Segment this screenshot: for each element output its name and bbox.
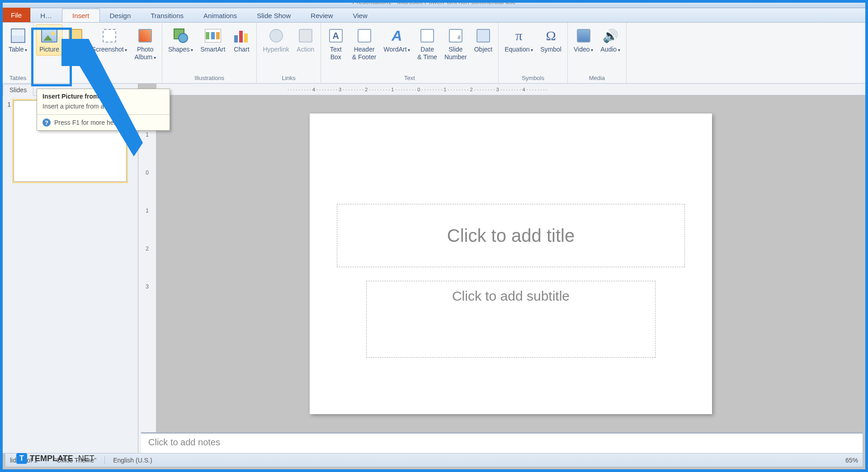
wordart-icon: A [392, 28, 402, 44]
tab-file[interactable]: File [3, 8, 30, 22]
equation-button[interactable]: πEquation [501, 24, 536, 56]
ruler-vertical: 10123 [138, 95, 156, 453]
status-zoom[interactable]: 65% [845, 457, 858, 464]
ruler-horizontal: · · · · · · · · · 4 · · · · · · · · 3 · … [156, 84, 865, 95]
title-placeholder[interactable]: Click to add title [337, 204, 685, 267]
group-tables: Tables [5, 74, 30, 82]
datetime-icon [420, 29, 434, 42]
tab-view[interactable]: View [343, 9, 377, 22]
wordart-button[interactable]: AWordArt [380, 24, 413, 56]
photoalbum-button[interactable]: Photo Album [131, 24, 159, 63]
tab-animations[interactable]: Animations [193, 9, 247, 22]
video-icon [577, 29, 590, 42]
slide-panel: Slides 1 [3, 84, 138, 453]
shapes-button[interactable]: Shapes [165, 24, 196, 56]
group-media: Media [571, 74, 623, 82]
screenshot-icon [103, 29, 116, 42]
object-button[interactable]: Object [471, 24, 495, 56]
hyperlink-button[interactable]: Hyperlink [259, 24, 292, 56]
table-icon [11, 28, 25, 43]
watermark: T TEMPLATE.NET [16, 453, 94, 464]
slidenumber-icon: # [449, 29, 462, 42]
tooltip-body: Insert a picture from a file. [37, 102, 170, 114]
object-icon [476, 29, 490, 42]
group-links: Links [259, 74, 317, 82]
status-lang[interactable]: English (U.S.) [113, 457, 152, 464]
headerfooter-button[interactable]: Header & Footer [349, 24, 380, 63]
audio-icon: 🔊 [603, 28, 618, 43]
subtitle-placeholder[interactable]: Click to add subtitle [366, 281, 656, 358]
clipart-icon [69, 29, 82, 42]
clipart-button[interactable]: lip Art [63, 24, 88, 63]
picture-icon [41, 29, 57, 42]
tab-design[interactable]: Design [100, 9, 141, 22]
hyperlink-icon [269, 29, 283, 42]
ribbon: Table Tables Picture lip Art Screenshot … [3, 23, 865, 84]
tooltip: Insert Picture from File Insert a pictur… [37, 89, 170, 131]
screenshot-button[interactable]: Screenshot [89, 24, 131, 56]
tab-insert[interactable]: Insert [62, 9, 100, 22]
table-button[interactable]: Table [5, 24, 30, 56]
tab-transitions[interactable]: Transitions [141, 9, 193, 22]
slides-tab[interactable]: Slides [3, 84, 33, 96]
tab-review[interactable]: Review [301, 9, 343, 22]
status-bar: lide 1 of 1 "Office Theme" English (U.S.… [5, 453, 863, 467]
thumb-number: 1 [7, 100, 11, 182]
textbox-button[interactable]: AText Box [324, 24, 348, 63]
group-images: Images [36, 74, 159, 82]
notes-pane[interactable]: Click to add notes [141, 432, 863, 453]
ribbon-tabs: File H… Insert Design Transitions Animat… [3, 8, 865, 23]
picture-button[interactable]: Picture [36, 24, 62, 56]
photoalbum-icon [138, 29, 152, 42]
edit-area: · · · · · · · · · 4 · · · · · · · · 3 · … [138, 84, 865, 453]
slidenumber-button[interactable]: #Slide Number [441, 24, 470, 63]
equation-icon: π [515, 28, 522, 43]
shapes-icon [173, 28, 189, 44]
template-icon: T [16, 453, 27, 464]
action-button[interactable]: Action [293, 24, 318, 56]
datetime-button[interactable]: Date & Time [414, 24, 440, 63]
textbox-icon: A [329, 29, 343, 42]
group-text: Text [324, 74, 495, 82]
symbol-icon: Ω [546, 28, 556, 43]
slide-canvas[interactable]: Click to add title Click to add subtitle [310, 113, 712, 414]
chart-button[interactable]: Chart [229, 24, 254, 56]
video-button[interactable]: Video [571, 24, 596, 56]
help-icon: ? [42, 118, 51, 127]
headerfooter-icon [358, 29, 371, 42]
tooltip-title: Insert Picture from File [37, 89, 170, 102]
smartart-icon [205, 29, 221, 42]
smartart-button[interactable]: SmartArt [197, 24, 228, 56]
title-bar: Presentation1 - Microsoft PowerPoint non… [3, 3, 865, 8]
action-icon [299, 29, 312, 42]
tooltip-help: ? Press F1 for more help. [37, 114, 170, 130]
tab-slideshow[interactable]: Slide Show [247, 9, 301, 22]
group-symbols: Symbols [501, 74, 565, 82]
tab-home[interactable]: H… [30, 9, 62, 22]
audio-button[interactable]: 🔊Audio [597, 24, 623, 56]
group-illustrations: Illustrations [165, 74, 254, 82]
chart-icon [234, 29, 249, 42]
symbol-button[interactable]: ΩSymbol [537, 24, 565, 56]
